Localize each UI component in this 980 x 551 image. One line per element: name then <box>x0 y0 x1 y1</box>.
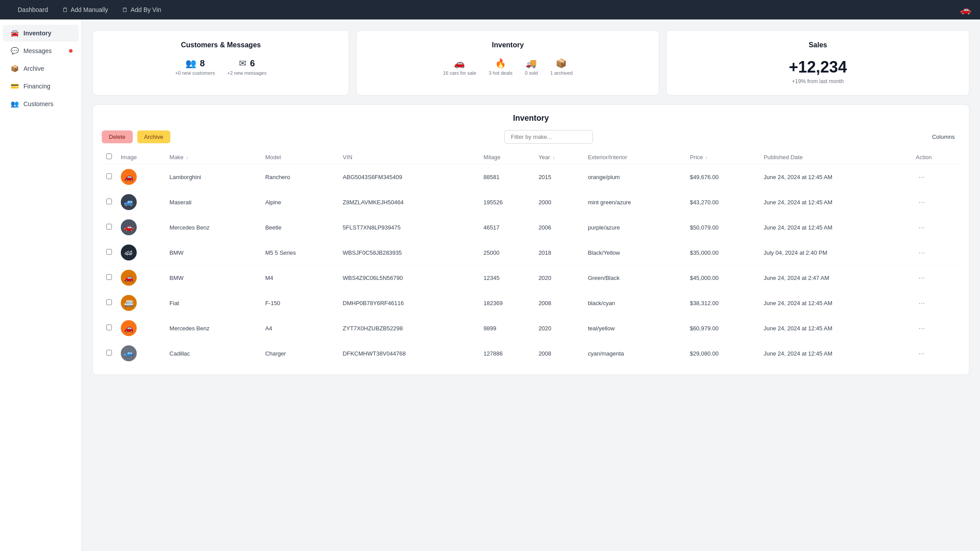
inventory-stat-2: 🚚 0 sold <box>525 58 538 76</box>
row-price-4: $45,000.00 <box>685 265 759 291</box>
select-all-checkbox[interactable] <box>106 153 112 159</box>
nav-add-by-vin[interactable]: 🗒 Add By Vin <box>122 6 161 13</box>
customers-stat: 👥 8 +0 new customers <box>175 58 215 76</box>
inv-stat-icon-1: 🔥 <box>495 58 506 69</box>
inventory-stat-0: 🚗 16 cars for sale <box>443 58 476 76</box>
col-date: Published Date <box>759 150 911 165</box>
row-checkbox-3[interactable] <box>106 249 112 255</box>
row-year-5: 2008 <box>534 291 584 316</box>
row-date-5: June 24, 2024 at 12:45 AM <box>759 291 911 316</box>
row-checkbox-0[interactable] <box>106 173 112 179</box>
customers-stat-icon: 👥 <box>185 58 196 69</box>
nav-dashboard[interactable]: Dashboard <box>18 6 48 13</box>
row-checkbox-7[interactable] <box>106 350 112 356</box>
columns-button[interactable]: Columns <box>927 130 960 143</box>
sales-card-title: Sales <box>679 41 957 49</box>
row-date-7: June 24, 2024 at 12:45 AM <box>759 341 911 366</box>
inv-stat-label-3: 1 archived <box>550 70 573 76</box>
messages-stat-icon: ✉ <box>239 58 246 69</box>
sidebar-item-archive[interactable]: 📦 Archive <box>3 60 79 77</box>
row-date-6: June 24, 2024 at 12:45 AM <box>759 316 911 341</box>
sidebar-item-messages[interactable]: 💬 Messages <box>3 42 79 59</box>
row-action-0[interactable]: ··· <box>916 172 928 181</box>
row-milage-3: 25000 <box>479 240 534 265</box>
sales-value: +12,234 <box>679 58 957 77</box>
row-make-1: Maserati <box>165 190 261 215</box>
table-row: 🚗 Lamborghini Ranchero ABG5043S6FM345409… <box>102 165 960 190</box>
sidebar-item-customers[interactable]: 👥 Customers <box>3 96 79 112</box>
row-model-5: F-150 <box>261 291 338 316</box>
inv-stat-icon-2: 🚚 <box>526 58 537 69</box>
row-checkbox-1[interactable] <box>106 199 112 204</box>
car-icon: 🚗 <box>960 4 971 15</box>
row-checkbox-4[interactable] <box>106 274 112 280</box>
col-exterior: Exterior/Interior <box>584 150 685 165</box>
car-avatar-4: 🚗 <box>121 270 137 286</box>
car-avatar-3: 🏎 <box>121 245 137 260</box>
row-action-4[interactable]: ··· <box>916 273 928 282</box>
row-year-1: 2000 <box>534 190 584 215</box>
inv-stat-label-2: 0 sold <box>525 70 538 76</box>
table-row: 🚗 Mercedes Benz Beetle 5FLST7XN8LP939475… <box>102 215 960 240</box>
row-milage-0: 88581 <box>479 165 534 190</box>
sales-card: Sales +12,234 +19% from last month <box>666 30 969 96</box>
inv-stat-label-1: 3 hot deals <box>488 70 512 76</box>
row-price-3: $35,000.00 <box>685 240 759 265</box>
dashboard-label: Dashboard <box>18 6 48 13</box>
table-toolbar: Delete Archive Columns <box>102 130 960 144</box>
row-vin-7: DFKCMHWT38V044768 <box>338 341 479 366</box>
customers-count: 8 <box>200 58 205 69</box>
archive-button[interactable]: Archive <box>137 130 170 143</box>
row-year-4: 2020 <box>534 265 584 291</box>
row-model-7: Charger <box>261 341 338 366</box>
main-content: Customers & Messages 👥 8 +0 new customer… <box>82 19 980 551</box>
row-price-6: $60,979.00 <box>685 316 759 341</box>
row-make-0: Lamborghini <box>165 165 261 190</box>
nav-add-manually[interactable]: 🗒 Add Manually <box>62 6 108 13</box>
row-exterior-4: Green/Black <box>584 265 685 291</box>
messages-stat: ✉ 6 +2 new messages <box>227 58 266 76</box>
row-date-3: July 04, 2024 at 2:40 PM <box>759 240 911 265</box>
row-vin-3: WBSJF0C58JB283935 <box>338 240 479 265</box>
row-action-6[interactable]: ··· <box>916 324 928 333</box>
delete-button[interactable]: Delete <box>102 130 133 143</box>
inventory-table: Image Make ↕ Model VIN Milage Year ↕ Ext… <box>102 150 960 366</box>
row-vin-1: Z8MZLAVMKEJH50464 <box>338 190 479 215</box>
filter-input[interactable] <box>504 130 593 144</box>
row-exterior-5: black/cyan <box>584 291 685 316</box>
row-checkbox-2[interactable] <box>106 224 112 230</box>
inventory-section-title: Inventory <box>102 114 960 123</box>
customers-messages-card: Customers & Messages 👥 8 +0 new customer… <box>92 30 349 96</box>
row-action-1[interactable]: ··· <box>916 198 928 207</box>
row-model-4: M4 <box>261 265 338 291</box>
row-checkbox-6[interactable] <box>106 325 112 330</box>
financing-label: Financing <box>23 83 50 90</box>
col-price[interactable]: Price ↕ <box>685 150 759 165</box>
inv-stat-icon-3: 📦 <box>556 58 567 69</box>
row-action-2[interactable]: ··· <box>916 223 928 232</box>
row-model-3: M5 5 Series <box>261 240 338 265</box>
inventory-stat-3: 📦 1 archived <box>550 58 573 76</box>
sidebar-item-inventory[interactable]: 🚘 Inventory <box>3 25 79 42</box>
customers-card-title: Customers & Messages <box>105 41 336 49</box>
messages-count: 6 <box>250 58 255 69</box>
inventory-icon: 🚘 <box>11 29 19 37</box>
col-model: Model <box>261 150 338 165</box>
car-avatar-1: 🚙 <box>121 194 137 210</box>
row-action-7[interactable]: ··· <box>916 349 928 358</box>
row-checkbox-5[interactable] <box>106 299 112 305</box>
row-model-0: Ranchero <box>261 165 338 190</box>
col-year[interactable]: Year ↕ <box>534 150 584 165</box>
row-milage-1: 195526 <box>479 190 534 215</box>
sidebar-item-financing[interactable]: 💳 Financing <box>3 78 79 95</box>
row-exterior-2: purple/azure <box>584 215 685 240</box>
add-by-vin-icon: 🗒 <box>122 7 128 13</box>
car-avatar-7: 🚙 <box>121 345 137 361</box>
sales-subtitle: +19% from last month <box>679 78 957 84</box>
inventory-stat-1: 🔥 3 hot deals <box>488 58 512 76</box>
row-action-5[interactable]: ··· <box>916 298 928 307</box>
row-price-2: $50,079.00 <box>685 215 759 240</box>
col-make[interactable]: Make ↕ <box>165 150 261 165</box>
messages-icon: 💬 <box>11 47 19 55</box>
row-action-3[interactable]: ··· <box>916 248 928 257</box>
